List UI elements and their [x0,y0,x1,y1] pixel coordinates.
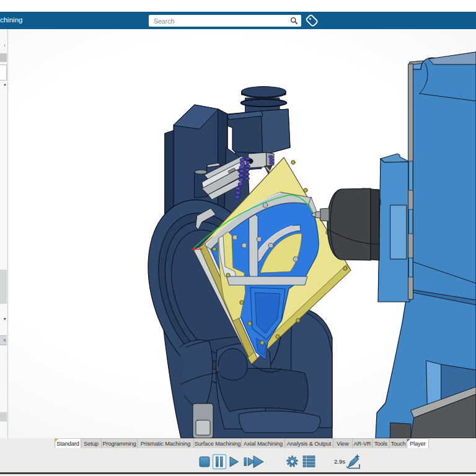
svg-text:2.9s: 2.9s [334,458,345,465]
